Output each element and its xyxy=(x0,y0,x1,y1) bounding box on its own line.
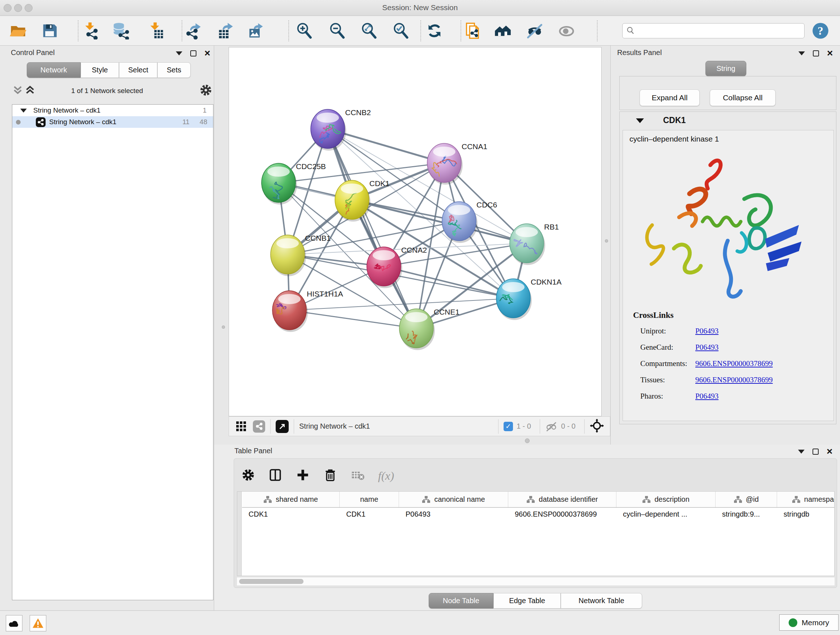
crosslink-row: Compartments: 9606.ENSP00000378699 xyxy=(623,356,834,372)
tab-string[interactable]: String xyxy=(706,61,746,76)
expand-all-button[interactable]: Expand All xyxy=(639,89,699,106)
warnings-button[interactable] xyxy=(30,615,46,631)
network-style-share-icon[interactable] xyxy=(253,420,265,432)
crosslink-link[interactable]: 9606.ENSP00000378699 xyxy=(695,359,773,368)
birdseye-button[interactable] xyxy=(590,418,604,434)
left-splitter-handle[interactable] xyxy=(222,325,225,329)
column-header-namespace[interactable]: namespace xyxy=(777,492,835,507)
crosslink-link[interactable]: P06493 xyxy=(695,326,718,336)
network-options-gear-button[interactable] xyxy=(200,84,212,98)
crosslink-link[interactable]: P06493 xyxy=(695,392,718,401)
table-row[interactable]: CDK1CDK1P064939606.ENSP00000378699cyclin… xyxy=(242,508,834,521)
help-button[interactable]: ? xyxy=(812,22,829,40)
tab-network-table[interactable]: Network Table xyxy=(561,593,642,608)
panel-collapse-icon[interactable] xyxy=(798,450,805,454)
table-cell[interactable]: P06493 xyxy=(399,508,508,521)
network-node-ccnb2[interactable] xyxy=(311,109,346,150)
column-header-shared-name[interactable]: shared name xyxy=(242,492,340,507)
zoom-out-button[interactable] xyxy=(328,22,346,40)
network-node-ccnb1[interactable] xyxy=(271,235,306,276)
delete-column-button[interactable] xyxy=(323,468,338,484)
show-columns-button[interactable] xyxy=(268,468,283,484)
column-header-name[interactable]: name xyxy=(340,492,399,507)
panel-float-icon[interactable] xyxy=(813,448,819,455)
protein-expander-icon[interactable] xyxy=(636,119,644,123)
panel-collapse-icon[interactable] xyxy=(798,51,805,55)
network-node-ccna1[interactable] xyxy=(427,143,463,185)
crosshair-icon xyxy=(590,418,604,433)
table-cell[interactable]: CDK1 xyxy=(340,508,399,521)
import-table-button[interactable] xyxy=(147,22,164,40)
app-store-cloud-button[interactable] xyxy=(6,615,22,631)
collection-expander-icon[interactable] xyxy=(20,109,27,112)
export-table-button[interactable] xyxy=(217,22,234,40)
panel-close-icon[interactable]: × xyxy=(827,50,833,57)
tab-node-table[interactable]: Node Table xyxy=(429,593,493,608)
search-input[interactable] xyxy=(635,24,804,37)
zoom-in-button[interactable] xyxy=(295,22,313,40)
network-edge-hist1h1a-ccne1[interactable] xyxy=(289,310,416,328)
network-node-cdc6[interactable] xyxy=(442,202,477,243)
selected-checkbox-icon[interactable]: ✓ xyxy=(504,422,513,431)
network-node-ccne1[interactable] xyxy=(399,309,435,350)
hide-panel-glasses-button[interactable] xyxy=(526,22,543,40)
separator xyxy=(498,419,499,434)
string-home-button[interactable] xyxy=(494,22,512,40)
delete-table-button[interactable] xyxy=(351,468,365,484)
network-list: String Network – cdk1 1 String Network –… xyxy=(12,104,213,600)
bottom-splitter-handle[interactable] xyxy=(525,439,530,443)
column-header-description[interactable]: description xyxy=(616,492,715,507)
panel-float-icon[interactable] xyxy=(190,50,196,57)
network-node-cdk1[interactable] xyxy=(335,180,370,222)
column-header--id[interactable]: @id xyxy=(715,492,777,507)
table-cell[interactable]: stringdb:9... xyxy=(715,508,777,521)
network-canvas[interactable]: CCNB2CCNA1CDC25BCDK1CDC6RB1CCNB1CCNA2CDK… xyxy=(229,47,602,416)
network-from-selection-button[interactable] xyxy=(464,22,482,40)
memory-button[interactable]: Memory xyxy=(779,614,838,631)
tab-sets[interactable]: Sets xyxy=(157,62,191,78)
import-network-file-button[interactable] xyxy=(82,22,99,40)
tab-network[interactable]: Network xyxy=(27,62,81,78)
network-collection-row[interactable]: String Network – cdk1 1 xyxy=(12,105,213,116)
table-options-gear-button[interactable] xyxy=(241,468,255,483)
crosslink-link[interactable]: 9606.ENSP00000378699 xyxy=(695,375,773,385)
zoom-selected-button[interactable] xyxy=(392,22,409,40)
panel-close-icon[interactable]: × xyxy=(827,448,832,455)
crosslink-link[interactable]: P06493 xyxy=(695,343,718,352)
network-row[interactable]: String Network – cdk1 11 48 xyxy=(12,116,213,128)
hscrollbar-thumb[interactable] xyxy=(239,579,303,584)
table-cell[interactable]: 9606.ENSP00000378699 xyxy=(508,508,616,521)
network-node-cdkn1a[interactable] xyxy=(496,279,532,320)
table-cell[interactable]: stringdb xyxy=(777,508,835,521)
add-column-button[interactable] xyxy=(295,468,310,484)
network-node-rb1[interactable] xyxy=(510,224,545,265)
table-hscrollbar[interactable] xyxy=(237,578,835,585)
grid-view-button[interactable] xyxy=(235,419,248,434)
network-edge-ccnb2-ccne1[interactable] xyxy=(328,129,416,328)
export-network-button[interactable] xyxy=(185,22,202,40)
function-builder-button[interactable]: f(x) xyxy=(378,469,394,483)
show-eye-button[interactable] xyxy=(558,22,575,40)
tab-style[interactable]: Style xyxy=(81,62,119,78)
import-table-icon xyxy=(147,22,164,40)
save-session-button[interactable] xyxy=(41,22,58,40)
import-network-database-button[interactable] xyxy=(112,22,130,40)
open-session-button[interactable] xyxy=(9,22,27,40)
panel-collapse-icon[interactable] xyxy=(176,51,182,55)
right-splitter-handle[interactable] xyxy=(605,239,608,242)
network-node-hist1h1a[interactable] xyxy=(272,291,308,332)
panel-close-icon[interactable]: × xyxy=(204,50,210,57)
zoom-fit-button[interactable] xyxy=(360,22,378,40)
tab-edge-table[interactable]: Edge Table xyxy=(493,593,561,608)
panel-float-icon[interactable] xyxy=(813,50,819,57)
column-header-canonical-name[interactable]: canonical name xyxy=(399,492,508,507)
export-image-button[interactable] xyxy=(248,22,265,40)
collapse-all-button[interactable]: Collapse All xyxy=(710,89,775,106)
separator xyxy=(270,419,271,434)
table-cell[interactable]: CDK1 xyxy=(242,508,340,521)
column-header-database-identifier[interactable]: database identifier xyxy=(508,492,616,507)
tab-select[interactable]: Select xyxy=(119,62,157,78)
table-cell[interactable]: cyclin–dependent ... xyxy=(616,508,715,521)
detach-view-button[interactable] xyxy=(276,420,289,433)
refresh-button[interactable] xyxy=(426,22,443,40)
